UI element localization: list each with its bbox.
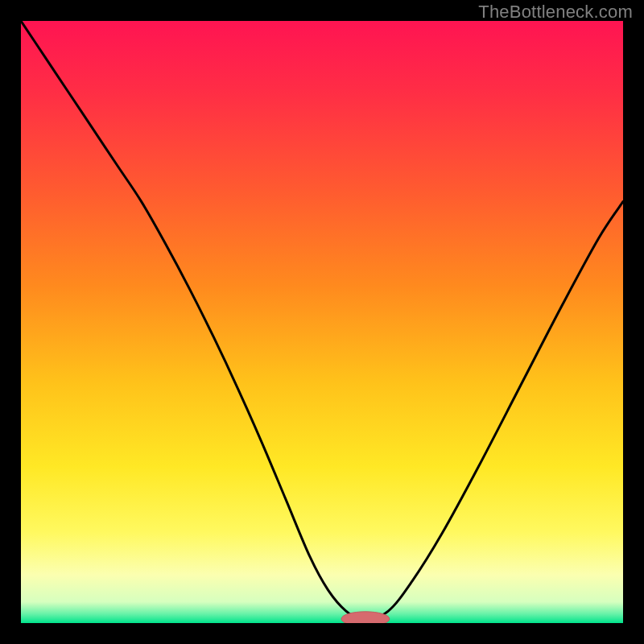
plot-area — [21, 21, 623, 623]
optimum-marker — [21, 21, 623, 623]
watermark-text: TheBottleneck.com — [478, 2, 633, 23]
svg-point-1 — [341, 612, 390, 623]
chart-stage: TheBottleneck.com — [0, 0, 644, 644]
